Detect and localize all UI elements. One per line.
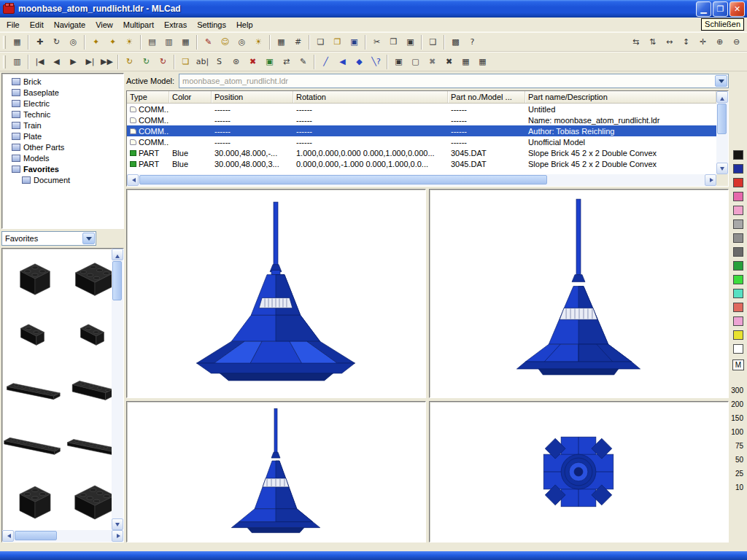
category-item[interactable]: Train [2,120,123,131]
zoom-level[interactable]: 300 [731,386,743,394]
menu-item[interactable]: Navigate [49,19,90,31]
help-icon[interactable]: ? [464,34,481,50]
smiley-tool-icon[interactable]: ☺ [217,34,233,50]
scroll-down-button[interactable] [716,163,728,174]
new-file-icon[interactable]: ❏ [312,34,329,50]
pan-horizontal-icon[interactable]: ⇆ [627,34,644,50]
favorites-dropdown[interactable]: Favorites [1,231,96,246]
menu-item[interactable]: Extras [159,19,192,31]
zoom-level[interactable]: 200 [731,400,743,408]
zoom-level[interactable]: 10 [735,483,743,491]
column-header[interactable]: Color [169,91,212,103]
view-front-icon[interactable]: ▥ [160,34,177,50]
view-3d-icon[interactable]: ▦ [177,34,194,50]
render-light-icon[interactable]: ☀ [121,34,138,50]
palette-color[interactable] [733,192,743,201]
palette-color[interactable] [733,247,743,257]
more-colors-button[interactable]: M [732,359,744,370]
palette-color[interactable] [733,233,743,243]
scroll-up-button[interactable] [716,91,728,103]
view-top-icon[interactable]: ▤ [144,34,160,50]
chevron-down-icon[interactable] [82,233,95,244]
fit-width-icon[interactable]: ↔ [661,34,678,50]
category-item[interactable]: Baseplate [2,87,123,98]
draw-line-icon[interactable]: ╱ [317,54,334,70]
rotation-step-y-icon[interactable]: ↻ [138,54,155,70]
title-bar[interactable]: moonbase_atom_rundlicht.ldr - MLCad ▁ ❐ … [0,0,747,18]
zoom-out-icon[interactable]: ⊖ [728,34,745,50]
snap-toggle-icon[interactable]: # [290,34,306,50]
preview-horizontal-scrollbar[interactable] [2,530,123,542]
category-item[interactable]: Plate [2,131,123,141]
add-rotation-step-icon[interactable]: ⊛ [228,54,244,70]
viewport-front-view[interactable] [429,189,729,398]
favorite-part[interactable] [18,322,52,349]
pan-vertical-icon[interactable]: ⇅ [644,34,661,50]
viewport-side-view[interactable] [126,401,426,542]
category-item[interactable]: Favorites [2,163,123,174]
render-edges-icon[interactable]: ✦ [104,34,121,50]
palette-color[interactable] [733,206,743,215]
list-vertical-scrollbar[interactable] [716,91,728,174]
grid-toggle-icon[interactable]: ▦ [273,34,290,50]
zoom-in-icon[interactable]: ⊕ [711,34,728,50]
palette-color[interactable] [733,303,743,312]
scrollbar-track[interactable] [112,260,123,518]
menu-item[interactable]: Multipart [118,19,159,31]
add-comment-icon[interactable]: ab| [194,54,211,70]
favorite-part[interactable] [4,435,66,458]
save-file-icon[interactable]: ▣ [346,34,363,50]
hide-icon[interactable]: ✖ [424,54,441,70]
zoom-level[interactable]: 50 [735,456,743,464]
category-item[interactable]: Other Parts [2,141,123,152]
category-item[interactable]: Models [2,152,123,163]
chevron-down-icon[interactable] [715,75,727,87]
snap-half-icon[interactable]: ▦ [457,54,474,70]
scroll-down-button[interactable] [112,518,123,530]
parts-list-row[interactable]: COMM... ------ ------ ------ Untitled [127,104,716,114]
menu-item[interactable]: Help [231,19,258,31]
project-panes-icon[interactable]: ▥ [9,54,26,70]
scrollbar-thumb[interactable] [139,175,547,184]
category-item[interactable]: Technic [2,109,123,120]
draw-triangle-icon[interactable]: ◀ [334,54,351,70]
lamp-icon[interactable]: ☀ [250,34,267,50]
cut-icon[interactable]: ✂ [368,34,385,50]
palette-color[interactable] [733,316,743,326]
zoom-level[interactable]: 150 [731,414,743,422]
favorite-part[interactable] [15,483,55,521]
rotation-step-z-icon[interactable]: ↻ [155,54,171,70]
taskbar[interactable] [0,551,747,560]
scrollbar-thumb[interactable] [15,531,57,540]
render-shading-icon[interactable]: ✦ [88,34,104,50]
scroll-up-button[interactable] [112,249,123,260]
copy-icon[interactable]: ❒ [385,34,402,50]
favorite-part[interactable] [6,380,64,402]
menu-item[interactable]: File [1,19,25,31]
add-part-icon[interactable]: ❏ [177,54,194,70]
palette-color[interactable] [733,150,743,160]
center-model-icon[interactable]: ✛ [694,34,711,50]
toolbar-grip[interactable] [3,55,6,69]
viewport-layout-icon[interactable]: ▦ [9,34,26,50]
category-item[interactable]: Document [2,174,123,185]
menu-item[interactable]: Edit [25,19,49,31]
parts-tree-icon[interactable]: ▩ [447,34,464,50]
palette-color[interactable] [733,275,743,284]
unhide-icon[interactable]: ✖ [441,54,457,70]
rotate-mode-icon[interactable]: ↻ [48,34,65,50]
draw-quad-icon[interactable]: ◆ [351,54,368,70]
column-header[interactable]: Rotation [293,91,448,103]
scroll-left-button[interactable] [127,174,139,186]
category-item[interactable]: Brick [2,76,123,87]
viewport-3d-view[interactable] [126,189,426,398]
parts-list-row[interactable]: COMM... ------ ------ ------ Unofficial … [127,136,716,147]
step-next-icon[interactable]: ▶ [65,54,82,70]
palette-color[interactable] [733,261,743,271]
parts-list-row[interactable]: COMM... ------ ------ ------ Name: moonb… [127,114,716,125]
parts-list-row[interactable]: PART Blue 30.000,48.000,3... 0.000,0.000… [127,158,716,169]
zoom-mode-icon[interactable]: ◎ [65,34,82,50]
edit-entry-icon[interactable]: ✎ [295,54,311,70]
group-icon[interactable]: ▣ [390,54,407,70]
scrollbar-track[interactable] [716,103,728,163]
